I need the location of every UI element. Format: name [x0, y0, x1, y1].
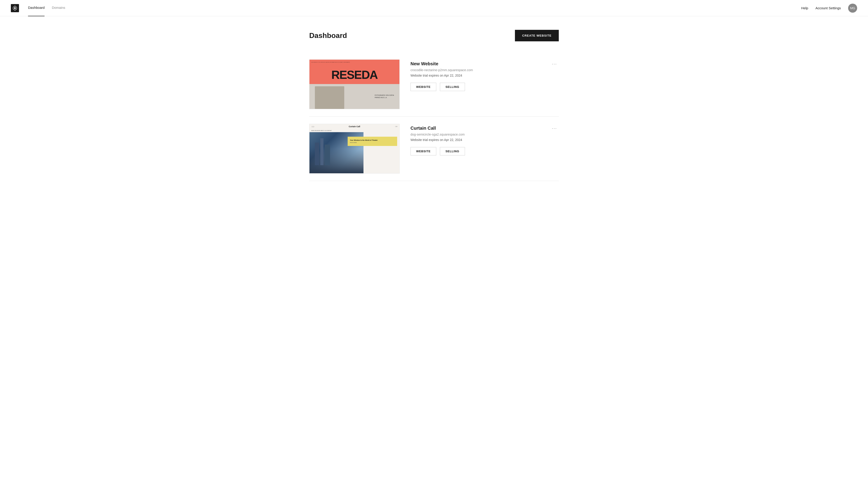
website-button[interactable]: WEBSITE [410, 147, 436, 156]
main-content: Dashboard CREATE WEBSITE DEIN WEBSITE TI… [298, 16, 569, 195]
account-settings-link[interactable]: Account Settings [815, 6, 841, 10]
website-thumbnail-curtain[interactable]: □ □ Curtain Call □ 0 NEWS REVIEWS ABOUT … [309, 124, 400, 173]
nav-right: Help Account Settings MG [801, 4, 857, 13]
website-actions: WEBSITE SELLING [410, 147, 539, 156]
dashboard-header: Dashboard CREATE WEBSITE [309, 30, 559, 41]
thumb-reseda-title: RESEDA [309, 65, 399, 85]
website-name: Curtain Call [410, 126, 539, 131]
avatar[interactable]: MG [848, 4, 857, 13]
thumb-photo [315, 86, 344, 109]
create-website-button[interactable]: CREATE WEBSITE [515, 30, 559, 41]
help-link[interactable]: Help [801, 6, 808, 10]
website-trial: Website trial expires on Apr 22, 2024 [410, 138, 539, 142]
website-thumbnail-reseda[interactable]: DEIN WEBSITE TITEL SERVICES GALERIE INFO… [309, 59, 400, 109]
thumb-overlay-title: Your Window to the World of Theater [350, 139, 395, 141]
thumb-curtain-overlay: Your Window to the World of Theater READ… [348, 137, 397, 146]
thumb-overlay-link: READ MORE [350, 142, 395, 143]
website-trial: Website trial expires on Apr 22, 2024 [410, 74, 539, 77]
website-menu: ··· [550, 124, 559, 131]
selling-button[interactable]: SELLING [440, 83, 465, 91]
more-options-button[interactable]: ··· [550, 125, 559, 131]
website-card: □ □ Curtain Call □ 0 NEWS REVIEWS ABOUT … [309, 117, 559, 181]
nav-links: Dashboard Domains [28, 6, 801, 10]
website-button[interactable]: WEBSITE [410, 83, 436, 91]
website-name: New Website [410, 61, 539, 66]
thumb-nav: DEIN WEBSITE TITEL SERVICES GALERIE INFO… [309, 60, 399, 65]
website-card: DEIN WEBSITE TITEL SERVICES GALERIE INFO… [309, 52, 559, 117]
nav-link-domains[interactable]: Domains [52, 6, 65, 10]
thumb-curtain-hero: Your Window to the World of Theater READ… [309, 132, 399, 173]
website-list: DEIN WEBSITE TITEL SERVICES GALERIE INFO… [309, 52, 559, 181]
selling-button[interactable]: SELLING [440, 147, 465, 156]
navigation: Dashboard Domains Help Account Settings … [0, 0, 868, 16]
page-title: Dashboard [309, 31, 347, 40]
more-options-button[interactable]: ··· [550, 60, 559, 67]
website-info: New Website crocodile-nectarine-p2mm.squ… [410, 59, 539, 91]
thumb-curtain-nav: □ □ Curtain Call □ 0 [309, 124, 399, 129]
website-info: Curtain Call dog-semicircle-sga2.squares… [410, 124, 539, 156]
website-url: dog-semicircle-sga2.squarespace.com [410, 133, 539, 136]
thumb-reseda-bottom: FOTOGRAFIE VON SOFIAPARAZI AUS L.A. [309, 84, 399, 109]
thumb-photographer-text: FOTOGRAFIE VON SOFIAPARAZI AUS L.A. [375, 94, 394, 99]
website-url: crocodile-nectarine-p2mm.squarespace.com [410, 68, 539, 72]
squarespace-logo[interactable] [11, 4, 19, 12]
website-actions: WEBSITE SELLING [410, 83, 539, 91]
nav-link-dashboard[interactable]: Dashboard [28, 6, 44, 10]
website-menu: ··· [550, 59, 559, 66]
